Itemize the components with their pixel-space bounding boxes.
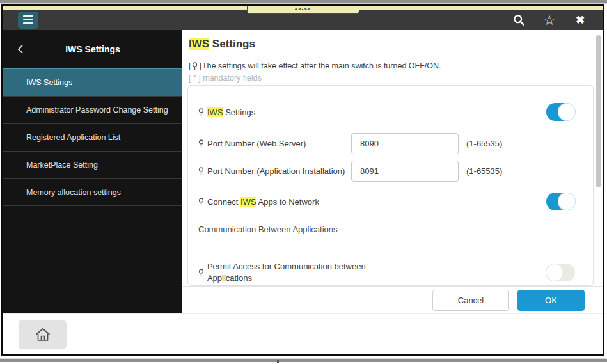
port-web-row: Port Number (Web Server) (1-65535) bbox=[188, 129, 593, 157]
home-icon bbox=[35, 327, 51, 342]
favorite-star-icon[interactable]: ☆ bbox=[542, 13, 556, 27]
scrollbar-thumb[interactable] bbox=[596, 35, 601, 187]
iws-settings-label: IWS Settings bbox=[198, 107, 255, 117]
permit-access-row: Permit Access for Communication between … bbox=[188, 261, 593, 284]
port-web-range: (1-65535) bbox=[466, 139, 502, 148]
permit-access-toggle[interactable] bbox=[546, 264, 575, 281]
iws-settings-row: IWS Settings bbox=[188, 95, 593, 129]
settings-panel: IWS Settings [ ] The settings will take … bbox=[182, 30, 603, 313]
sidebar-item-marketplace[interactable]: MarketPlace Setting bbox=[3, 151, 182, 178]
main-power-symbol-icon bbox=[192, 62, 198, 70]
settings-sidebar: IWS Settings IWS Settings Administrator … bbox=[3, 30, 182, 313]
menu-button[interactable] bbox=[18, 12, 38, 29]
sidebar-item-memory-allocation[interactable]: Memory allocation settings bbox=[3, 178, 182, 206]
dialog-footer: Cancel OK bbox=[182, 286, 603, 313]
topbar-actions: ☆ ✖ bbox=[512, 13, 587, 27]
capture-strip: ««•»» bbox=[3, 6, 603, 10]
cursor-artifact bbox=[277, 360, 279, 363]
sidebar-item-admin-password[interactable]: Administrator Password Change Setting bbox=[3, 96, 182, 123]
mandatory-note: [ * ] mandatory fields bbox=[189, 74, 262, 83]
cancel-button[interactable]: Cancel bbox=[432, 290, 509, 311]
permit-access-label: Permit Access for Communication between … bbox=[198, 261, 409, 284]
connect-network-label: Connect IWS Apps to Network bbox=[198, 197, 319, 207]
port-install-row: Port Number (Application Installation) (… bbox=[188, 157, 593, 184]
window-frame-bottom bbox=[0, 358, 607, 362]
sidebar-item-registered-apps[interactable]: Registered Application List bbox=[3, 123, 182, 151]
capture-handle: ««•»» bbox=[247, 6, 359, 14]
main-power-symbol-icon bbox=[198, 269, 204, 277]
sidebar-title: IWS Settings bbox=[65, 44, 120, 54]
ok-button[interactable]: OK bbox=[517, 290, 585, 311]
sidebar-item-iws-settings[interactable]: IWS Settings bbox=[3, 68, 182, 96]
hamburger-icon bbox=[23, 15, 33, 17]
settings-card: IWS Settings Port Number (Web Se bbox=[187, 85, 594, 286]
chevron-left-icon bbox=[17, 44, 24, 54]
content-area: IWS Settings IWS Settings Administrator … bbox=[3, 30, 603, 313]
port-web-input[interactable] bbox=[351, 133, 459, 154]
device-bottom-bar bbox=[3, 313, 603, 354]
main-power-symbol-icon bbox=[198, 108, 204, 116]
main-power-symbol-icon bbox=[198, 198, 204, 206]
main-power-symbol-icon bbox=[198, 139, 204, 148]
home-button[interactable] bbox=[19, 320, 67, 349]
iws-settings-toggle[interactable] bbox=[546, 103, 575, 121]
connect-network-row: Connect IWS Apps to Network bbox=[188, 184, 593, 219]
connect-network-toggle[interactable] bbox=[546, 193, 575, 210]
back-button[interactable] bbox=[15, 44, 26, 55]
search-icon[interactable] bbox=[512, 13, 526, 27]
main-power-symbol-icon bbox=[198, 167, 204, 175]
sidebar-header: IWS Settings bbox=[3, 30, 182, 68]
effect-note: [ ] The settings will take effect after … bbox=[189, 61, 441, 70]
page-title: IWS Settings bbox=[189, 38, 255, 51]
close-icon[interactable]: ✖ bbox=[573, 13, 587, 27]
port-web-label: Port Number (Web Server) bbox=[198, 139, 351, 148]
port-install-input[interactable] bbox=[351, 161, 459, 182]
port-install-label: Port Number (Application Installation) bbox=[198, 166, 351, 176]
port-install-range: (1-65535) bbox=[466, 166, 502, 176]
section-header-communication: Communication Between Applications bbox=[188, 219, 593, 239]
screen: ««•»» ☆ ✖ bbox=[0, 0, 607, 364]
app-window: ««•»» ☆ ✖ bbox=[1, 4, 604, 356]
